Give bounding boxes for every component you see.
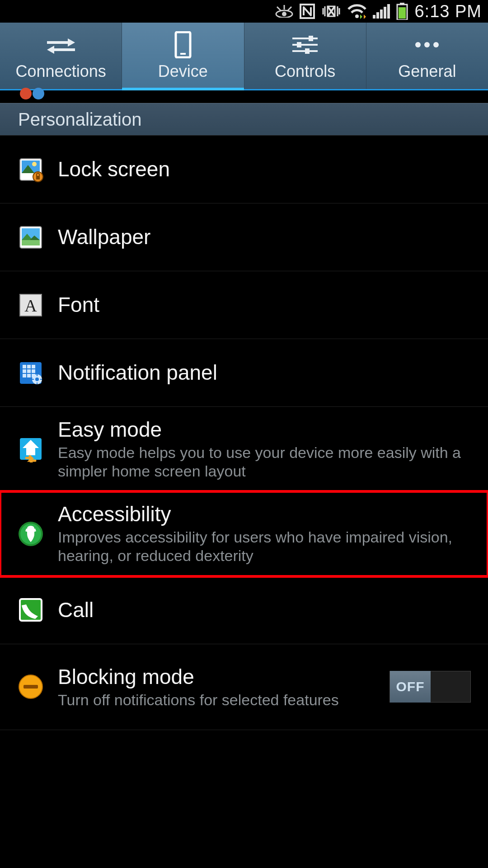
svg-rect-26 (297, 42, 301, 47)
svg-rect-52 (27, 374, 31, 377)
svg-rect-12 (380, 9, 383, 19)
row-call[interactable]: Call (0, 576, 488, 644)
connections-icon (45, 31, 77, 58)
svg-rect-13 (384, 7, 386, 19)
svg-rect-10 (373, 15, 375, 19)
row-title: Blocking mode (58, 665, 376, 689)
row-wallpaper[interactable]: Wallpaper (0, 203, 488, 271)
toggle-state: OFF (390, 671, 431, 703)
section-title: Personalization (18, 109, 142, 130)
row-easy-mode[interactable]: Easy mode Easy mode helps you to use you… (0, 407, 488, 491)
row-title: Font (58, 293, 471, 317)
svg-rect-45 (23, 365, 26, 368)
svg-marker-9 (364, 14, 366, 19)
svg-rect-11 (376, 12, 379, 19)
row-notification-panel[interactable]: Notification panel (0, 339, 488, 407)
accessibility-icon (17, 520, 44, 547)
status-time: 6:13 PM (414, 2, 482, 21)
svg-rect-46 (27, 365, 31, 368)
svg-marker-18 (47, 38, 75, 47)
svg-rect-64 (20, 599, 42, 621)
svg-point-29 (424, 42, 430, 47)
svg-rect-21 (180, 53, 186, 55)
row-title: Easy mode (58, 418, 471, 442)
tab-label: General (398, 62, 456, 81)
tab-controls[interactable]: Controls (244, 23, 366, 89)
signal-icon (373, 4, 390, 19)
easy-mode-icon (17, 435, 44, 462)
row-accessibility[interactable]: Accessibility Improves accessibility for… (0, 491, 488, 576)
row-subtitle: Easy mode helps you to use your device m… (58, 443, 471, 481)
tab-device[interactable]: Device (122, 23, 244, 89)
svg-rect-14 (387, 4, 390, 19)
row-subtitle: Improves accessibility for users who hav… (58, 528, 471, 565)
blocking-mode-icon (17, 673, 44, 700)
svg-rect-51 (23, 374, 26, 377)
row-blocking-mode[interactable]: Blocking mode Turn off notifications for… (0, 644, 488, 730)
vibrate-icon (321, 4, 341, 19)
svg-text:A: A (24, 296, 37, 315)
row-title: Call (58, 598, 471, 622)
svg-rect-27 (305, 48, 310, 54)
row-title: Accessibility (58, 502, 471, 526)
smart-stay-icon (275, 5, 293, 18)
wifi-icon (347, 4, 366, 19)
svg-rect-25 (309, 36, 313, 41)
more-icon (413, 31, 441, 58)
svg-line-0 (277, 7, 281, 10)
svg-marker-19 (47, 46, 75, 54)
font-icon: A (17, 292, 44, 319)
call-icon (17, 596, 44, 623)
row-title: Notification panel (58, 361, 471, 385)
row-lock-screen[interactable]: Lock screen (0, 136, 488, 203)
svg-rect-67 (23, 685, 38, 689)
svg-rect-48 (23, 369, 26, 373)
svg-point-7 (355, 14, 359, 18)
status-bar: 6:13 PM (0, 0, 488, 23)
nfc-icon (300, 4, 315, 19)
svg-rect-47 (32, 365, 35, 368)
svg-rect-36 (36, 176, 40, 179)
row-title: Lock screen (58, 157, 471, 181)
svg-point-30 (433, 42, 439, 47)
tab-general[interactable]: General (366, 23, 488, 89)
wallpaper-icon (17, 224, 44, 251)
settings-list[interactable]: Lock screen Wallpaper A Font Notificatio… (0, 136, 488, 730)
tab-label: Device (158, 62, 208, 81)
svg-point-28 (415, 42, 421, 47)
notification-panel-icon (17, 359, 44, 387)
tab-connections[interactable]: Connections (0, 23, 122, 89)
tab-label: Connections (16, 62, 106, 81)
tab-label: Controls (275, 62, 335, 81)
svg-point-55 (35, 377, 39, 381)
battery-icon (396, 3, 408, 20)
blocking-mode-toggle[interactable]: OFF (389, 671, 471, 703)
svg-rect-41 (22, 240, 40, 245)
svg-rect-17 (399, 7, 406, 19)
controls-icon (291, 31, 319, 58)
svg-point-34 (32, 162, 37, 166)
lock-screen-icon (17, 156, 44, 183)
row-title: Wallpaper (58, 225, 471, 249)
svg-line-1 (288, 7, 291, 10)
scroll-peek (0, 90, 488, 103)
svg-point-4 (282, 12, 286, 16)
svg-rect-49 (27, 369, 31, 373)
device-icon (174, 31, 192, 58)
settings-tabs: Connections Device Controls General (0, 23, 488, 90)
svg-marker-8 (360, 14, 362, 19)
section-header-personalization: Personalization (0, 103, 488, 136)
row-font[interactable]: A Font (0, 271, 488, 339)
svg-rect-50 (32, 369, 35, 373)
row-subtitle: Turn off notifications for selected feat… (58, 691, 376, 709)
